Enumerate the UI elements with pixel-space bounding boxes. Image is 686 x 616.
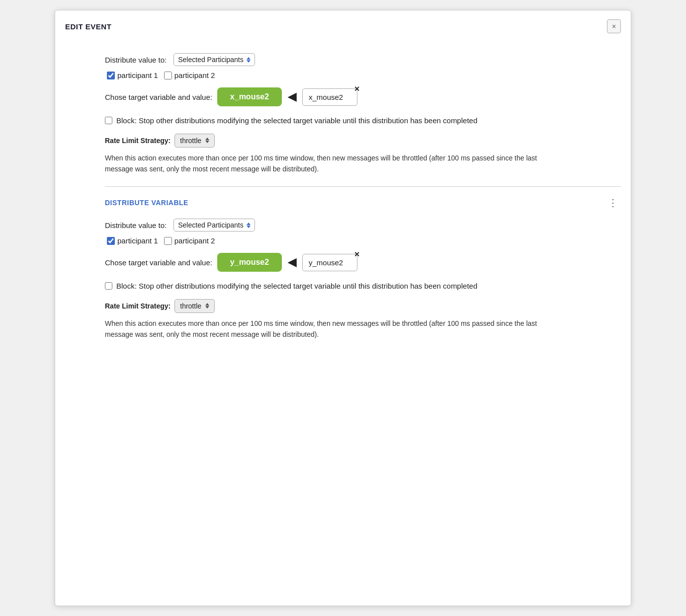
spinner-icon-2 [247,223,251,228]
modal-header: EDIT EVENT × [55,10,631,38]
distribute-select-1[interactable]: Selected Participants [173,53,255,66]
rate-updown-icon-2 [205,303,209,308]
block-checkbox-1[interactable] [105,117,112,124]
block-row-2: Block: Stop other distributions modifyin… [105,281,621,292]
participant2-item-1[interactable]: participant 2 [164,71,215,79]
participants-row-2: participant 1 participant 2 [105,236,621,245]
spinner-icon-1 [247,57,251,63]
value-box-1[interactable]: x_mouse2 ✕ [302,88,357,106]
section-menu-button-2[interactable]: ⋮ [605,197,621,209]
section-1: Distribute value to: Selected Participan… [105,43,621,186]
block-row-1: Block: Stop other distributions modifyin… [105,115,621,127]
rate-limit-select-1[interactable]: throttle [174,134,215,148]
distribute-row-2: Distribute value to: Selected Participan… [105,219,621,231]
block-checkbox-2[interactable] [105,282,112,290]
rate-limit-label-2: Rate Limit Strategy: [105,302,171,310]
participant1-item-2[interactable]: participant 1 [107,236,158,245]
close-button[interactable]: × [607,19,621,33]
rate-limit-select-2[interactable]: throttle [174,299,215,313]
rate-updown-icon-1 [205,138,209,143]
edit-event-modal: EDIT EVENT × Distribute value to: Select… [55,10,631,606]
distribute-row-1: Distribute value to: Selected Participan… [105,53,621,66]
value-clear-btn-2[interactable]: ✕ [354,250,360,258]
participant2-item-2[interactable]: participant 2 [164,236,215,245]
section-2-title: DISTRIBUTE VARIABLE [105,199,188,207]
value-box-2[interactable]: y_mouse2 ✕ [302,254,357,271]
target-row-2: Chose target variable and value: y_mouse… [105,253,621,272]
target-label-2: Chose target variable and value: [105,258,212,267]
modal-body: Distribute value to: Selected Participan… [55,38,631,362]
arrow-left-1: ◀ [288,90,296,103]
block-text-1: Block: Stop other distributions modifyin… [116,115,477,127]
distribute-label-2: Distribute value to: [105,221,167,230]
rate-limit-label-1: Rate Limit Strategy: [105,137,171,145]
block-text-2: Block: Stop other distributions modifyin… [116,281,477,292]
distribute-label-1: Distribute value to: [105,56,167,64]
target-variable-pill-1[interactable]: x_mouse2 [217,87,282,106]
description-2: When this action executes more than once… [105,318,552,340]
section-2: DISTRIBUTE VARIABLE ⋮ Distribute value t… [105,186,621,352]
arrow-left-2: ◀ [288,256,296,269]
participant1-checkbox-2[interactable] [107,237,115,245]
rate-limit-row-1: Rate Limit Strategy: throttle [105,134,621,148]
modal-title: EDIT EVENT [65,22,111,31]
target-label-1: Chose target variable and value: [105,93,212,101]
participant2-checkbox-2[interactable] [164,237,172,245]
participants-row-1: participant 1 participant 2 [105,71,621,79]
value-clear-btn-1[interactable]: ✕ [354,85,360,93]
section-2-header: DISTRIBUTE VARIABLE ⋮ [105,197,621,209]
distribute-select-2[interactable]: Selected Participants [173,219,255,231]
participant2-checkbox-1[interactable] [164,72,172,79]
participant1-item-1[interactable]: participant 1 [107,71,158,79]
target-row-1: Chose target variable and value: x_mouse… [105,87,621,106]
rate-limit-row-2: Rate Limit Strategy: throttle [105,299,621,313]
description-1: When this action executes more than once… [105,153,552,175]
target-variable-pill-2[interactable]: y_mouse2 [217,253,282,272]
participant1-checkbox-1[interactable] [107,72,115,79]
